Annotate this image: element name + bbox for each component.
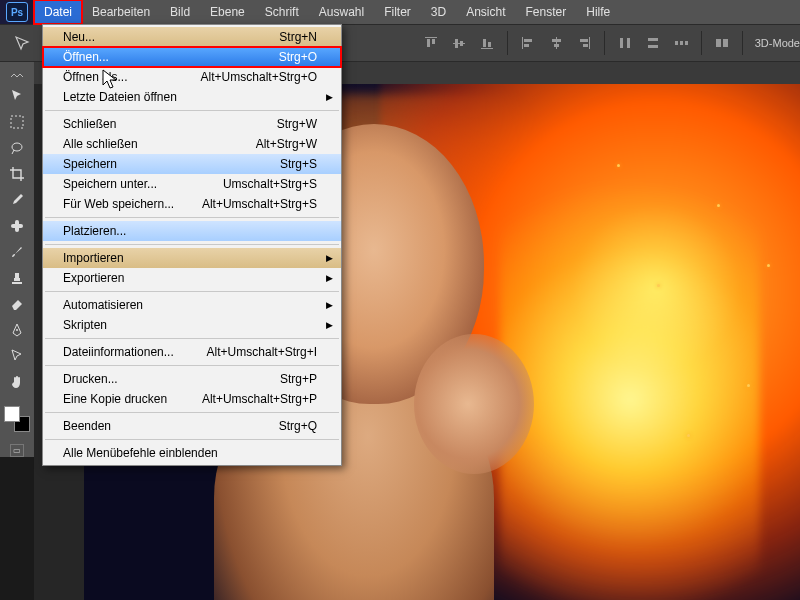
menu-filter[interactable]: Filter (374, 0, 421, 24)
menu-item[interactable]: Importieren▶ (43, 248, 341, 268)
menu-item-shortcut: Strg+W (277, 117, 317, 131)
app-logo-text: Ps (6, 2, 28, 22)
direct-select-tool-icon[interactable] (4, 344, 30, 368)
lasso-tool-icon[interactable] (4, 136, 30, 160)
menu-3d[interactable]: 3D (421, 0, 456, 24)
menu-separator (45, 110, 339, 111)
menu-item[interactable]: SchließenStrg+W (43, 114, 341, 134)
eraser-tool-icon[interactable] (4, 292, 30, 316)
crop-tool-icon[interactable] (4, 162, 30, 186)
foreground-color-swatch[interactable] (4, 406, 20, 422)
menu-item-shortcut: Strg+P (280, 372, 317, 386)
menu-hilfe[interactable]: Hilfe (576, 0, 620, 24)
menu-ansicht[interactable]: Ansicht (456, 0, 515, 24)
auto-align-icon[interactable] (710, 31, 734, 55)
menu-bild[interactable]: Bild (160, 0, 200, 24)
stamp-tool-icon[interactable] (4, 266, 30, 290)
menu-fenster[interactable]: Fenster (516, 0, 577, 24)
menu-separator (45, 439, 339, 440)
svg-rect-23 (680, 41, 683, 45)
menu-item[interactable]: Alle schließenAlt+Strg+W (43, 134, 341, 154)
svg-rect-12 (556, 37, 557, 49)
color-swatches[interactable] (4, 406, 30, 432)
menu-item[interactable]: Dateiinformationen...Alt+Umschalt+Strg+I (43, 342, 341, 362)
distribute-icon[interactable] (613, 31, 637, 55)
menu-item-shortcut: Strg+N (279, 30, 317, 44)
svg-rect-11 (524, 44, 529, 47)
align-left-icon[interactable] (516, 31, 540, 55)
menu-separator (45, 338, 339, 339)
collapse-icon[interactable] (4, 68, 30, 82)
align-top-icon[interactable] (419, 31, 443, 55)
menu-item[interactable]: SpeichernStrg+S (43, 154, 341, 174)
menu-item-shortcut: Umschalt+Strg+S (223, 177, 317, 191)
svg-rect-6 (481, 48, 493, 49)
healing-tool-icon[interactable] (4, 214, 30, 238)
menu-ebene[interactable]: Ebene (200, 0, 255, 24)
screen-mode-icon[interactable]: ▭ (10, 444, 24, 457)
svg-rect-4 (455, 39, 458, 48)
mode-label[interactable]: 3D-Mode (755, 37, 800, 49)
artwork-hand (414, 334, 534, 474)
menu-item[interactable]: Drucken...Strg+P (43, 369, 341, 389)
distribute-icon[interactable] (669, 31, 693, 55)
menu-item[interactable]: Speichern unter...Umschalt+Strg+S (43, 174, 341, 194)
menu-item[interactable]: Öffnen...Strg+O (43, 47, 341, 67)
menu-item[interactable]: Alle Menübefehle einblenden (43, 443, 341, 463)
tool-preset-icon[interactable] (10, 31, 34, 55)
svg-rect-7 (483, 39, 486, 47)
menu-item[interactable]: Neu...Strg+N (43, 27, 341, 47)
svg-rect-15 (589, 37, 590, 49)
svg-rect-24 (685, 41, 688, 45)
menu-item[interactable]: Letzte Dateien öffnen▶ (43, 87, 341, 107)
hand-tool-icon[interactable] (4, 370, 30, 394)
svg-rect-10 (524, 39, 532, 42)
align-right-icon[interactable] (572, 31, 596, 55)
svg-rect-0 (425, 37, 437, 38)
brush-tool-icon[interactable] (4, 240, 30, 264)
artwork-spark (747, 384, 750, 387)
align-group (419, 31, 499, 55)
svg-rect-1 (427, 39, 430, 47)
menu-item[interactable]: BeendenStrg+Q (43, 416, 341, 436)
menu-separator (45, 412, 339, 413)
app-logo: Ps (0, 0, 34, 24)
artwork-flame (500, 160, 760, 600)
menu-separator (45, 244, 339, 245)
menu-auswahl[interactable]: Auswahl (309, 0, 374, 24)
svg-rect-13 (552, 39, 561, 42)
eyedropper-tool-icon[interactable] (4, 188, 30, 212)
marquee-tool-icon[interactable] (4, 110, 30, 134)
submenu-arrow-icon: ▶ (326, 253, 333, 263)
menu-item-label: Neu... (63, 30, 95, 44)
separator (507, 31, 508, 55)
menu-item[interactable]: Skripten▶ (43, 315, 341, 335)
align-bottom-icon[interactable] (475, 31, 499, 55)
menu-bearbeiten[interactable]: Bearbeiten (82, 0, 160, 24)
distribute-icon[interactable] (641, 31, 665, 55)
menu-item-label: Alle Menübefehle einblenden (63, 446, 218, 460)
submenu-arrow-icon: ▶ (326, 273, 333, 283)
align-group-2 (516, 31, 596, 55)
svg-rect-3 (453, 43, 465, 44)
move-tool-icon[interactable] (4, 84, 30, 108)
menu-item-label: Drucken... (63, 372, 118, 386)
align-hcenter-icon[interactable] (544, 31, 568, 55)
artwork-spark (767, 264, 770, 267)
menu-item[interactable]: Exportieren▶ (43, 268, 341, 288)
menu-item[interactable]: Öffnen als...Alt+Umschalt+Strg+O (43, 67, 341, 87)
menu-schrift[interactable]: Schrift (255, 0, 309, 24)
submenu-arrow-icon: ▶ (326, 320, 333, 330)
menu-item-shortcut: Alt+Umschalt+Strg+I (207, 345, 317, 359)
menu-item-label: Platzieren... (63, 224, 126, 238)
align-vcenter-icon[interactable] (447, 31, 471, 55)
pen-tool-icon[interactable] (4, 318, 30, 342)
menu-item-label: Speichern (63, 157, 117, 171)
svg-rect-25 (716, 39, 721, 47)
menu-datei[interactable]: Datei (34, 0, 82, 24)
menu-item[interactable]: Eine Kopie druckenAlt+Umschalt+Strg+P (43, 389, 341, 409)
menu-item[interactable]: Für Web speichern...Alt+Umschalt+Strg+S (43, 194, 341, 214)
menu-item[interactable]: Platzieren... (43, 221, 341, 241)
mouse-cursor (102, 69, 118, 95)
menu-item[interactable]: Automatisieren▶ (43, 295, 341, 315)
